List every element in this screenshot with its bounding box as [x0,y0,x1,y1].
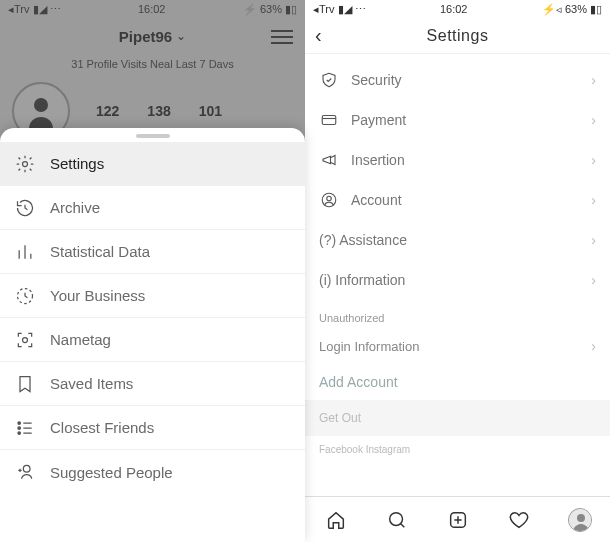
clock-icon [14,285,36,307]
status-carrier: ◂Trv ▮◢ ⋯ [313,3,366,16]
menu-saved[interactable]: Saved Items [0,362,305,406]
settings-assistance[interactable]: (?) Assistance › [305,220,610,260]
add-person-icon [14,461,36,483]
avatar-icon [568,508,592,532]
menu-nametag[interactable]: Nametag [0,318,305,362]
settings-insertion[interactable]: Insertion › [305,140,610,180]
left-phone: ◂Trv ▮◢ ⋯ 16:02 ⚡ 63% ▮▯ Pipet96 ⌄ 31 Pr… [0,0,305,542]
settings-account[interactable]: Account › [305,180,610,220]
chevron-right-icon: › [591,338,596,354]
settings-security[interactable]: Security › [305,60,610,100]
tab-home[interactable] [323,507,349,533]
menu-business[interactable]: Your Business [0,274,305,318]
back-icon[interactable]: ‹ [315,24,322,47]
settings-list: Security › Payment › Insertion › Account… [305,54,610,463]
menu-statistics[interactable]: Statistical Data [0,230,305,274]
megaphone-icon [319,150,339,170]
logout[interactable]: Get Out [305,400,610,436]
add-account[interactable]: Add Account [305,364,610,400]
tab-search[interactable] [384,507,410,533]
shield-icon [319,70,339,90]
menu-suggested-people[interactable]: Suggested People [0,450,305,494]
settings-header: ‹ Settings [305,18,610,54]
settings-label: Insertion [351,152,405,168]
menu-sheet: Settings Archive Statistical Data Your B… [0,128,305,542]
menu-label: Nametag [50,331,111,348]
menu-label: Suggested People [50,464,173,481]
history-icon [14,197,36,219]
gear-icon [14,153,36,175]
settings-label: Security [351,72,402,88]
svg-point-11 [389,512,402,525]
settings-label: (?) Assistance [319,232,407,248]
menu-settings[interactable]: Settings [0,142,305,186]
chevron-right-icon: › [591,232,596,248]
settings-information[interactable]: (i) Information › [305,260,610,300]
settings-label: (i) Information [319,272,405,288]
chart-icon [14,241,36,263]
menu-label: Statistical Data [50,243,150,260]
tab-activity[interactable] [506,507,532,533]
menu-label: Saved Items [50,375,133,392]
svg-point-7 [23,465,30,472]
list-icon [14,417,36,439]
tab-bar [305,496,610,542]
menu-label: Closest Friends [50,419,154,436]
section-unauthorized: Unauthorized [305,300,610,328]
svg-point-10 [327,196,332,201]
settings-label: Payment [351,112,406,128]
page-title: Settings [427,27,489,45]
svg-point-1 [23,161,28,166]
bookmark-icon [14,373,36,395]
right-phone: ◂Trv ▮◢ ⋯ 16:02 ⚡◃ 63% ▮▯ ‹ Settings Sec… [305,0,610,542]
menu-label: Settings [50,155,104,172]
scan-icon [14,329,36,351]
login-info-label: Login Information [319,339,419,354]
menu-close-friends[interactable]: Closest Friends [0,406,305,450]
tab-profile[interactable] [567,507,593,533]
person-icon [319,190,339,210]
svg-point-5 [18,426,21,429]
status-battery: ⚡◃ 63% ▮▯ [542,3,602,16]
chevron-right-icon: › [591,272,596,288]
status-bar: ◂Trv ▮◢ ⋯ 16:02 ⚡◃ 63% ▮▯ [305,0,610,18]
svg-point-14 [577,514,585,522]
menu-label: Your Business [50,287,145,304]
svg-point-6 [18,431,21,434]
menu-label: Archive [50,199,100,216]
tab-add[interactable] [445,507,471,533]
card-icon [319,110,339,130]
svg-rect-8 [322,116,336,125]
chevron-right-icon: › [591,152,596,168]
sheet-handle[interactable] [136,134,170,138]
settings-payment[interactable]: Payment › [305,100,610,140]
chevron-right-icon: › [591,112,596,128]
status-time: 16:02 [440,3,468,15]
svg-point-4 [18,421,21,424]
chevron-right-icon: › [591,192,596,208]
settings-label: Account [351,192,402,208]
chevron-right-icon: › [591,72,596,88]
svg-point-3 [23,337,28,342]
footer-text: Facebook Instagram [305,436,610,463]
menu-archive[interactable]: Archive [0,186,305,230]
login-information[interactable]: Login Information › [305,328,610,364]
